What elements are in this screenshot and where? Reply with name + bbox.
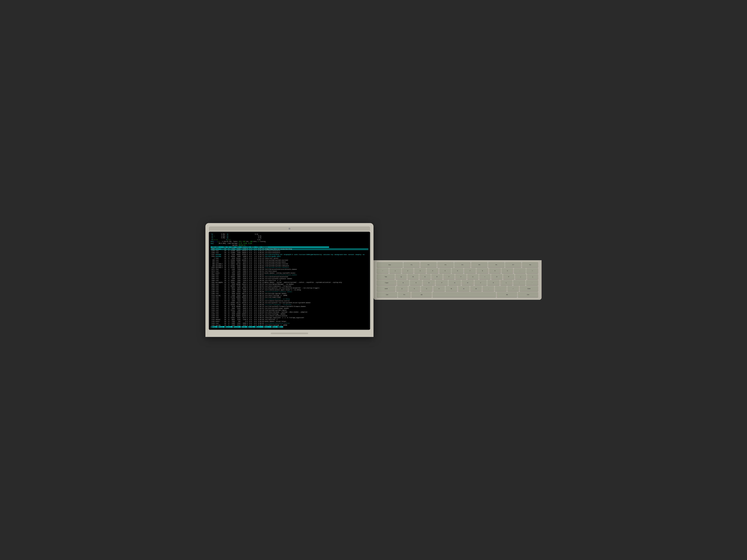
key-6[interactable]: 6 [452,268,464,273]
key-comma[interactable]: , [483,286,494,291]
key-shift[interactable]: Shift [377,286,395,291]
key-z[interactable]: Z [396,286,408,291]
key-u[interactable]: U [467,274,479,279]
key-k[interactable]: K [487,280,499,285]
terminal-screen[interactable]: 0[ 0.0%] 4[ 8.0] 1[ | 0.6%] 5[ 0.0] 2[ 0… [210,233,369,329]
speaker-bar [271,332,308,334]
key-o[interactable]: O [491,274,503,279]
key-4[interactable]: 4 [427,268,438,273]
camera-dot [288,228,290,230]
key-caps[interactable]: Caps [377,280,396,285]
key-3[interactable]: 3 [414,268,426,273]
screen-bezel: 0[ 0.0%] 4[ 8.0] 1[ | 0.6%] 5[ 0.0] 2[ 0… [209,232,370,330]
keyboard-row-6: Ctrl Fn Alt Alt Ctrl [377,292,538,297]
key-i[interactable]: I [479,274,490,279]
key-b[interactable]: B [445,286,457,291]
keyboard-row-4: Caps A S D F G H J K L ; ' [377,280,538,285]
key-1[interactable]: 1 [389,268,401,273]
key-ctrl-l[interactable]: Ctrl [377,292,397,297]
key-e[interactable]: E [419,274,431,279]
key-f8[interactable]: F8 [522,262,538,267]
key-f1[interactable]: F1 [404,262,420,267]
key-tab[interactable]: Tab [377,274,395,279]
key-p[interactable]: P [503,274,514,279]
key-fn[interactable]: Fn [398,292,411,297]
key-5[interactable]: 5 [439,268,451,273]
laptop-frame: 0[ 0.0%] 4[ 8.0] 1[ | 0.6%] 5[ 0.0] 2[ 0… [205,223,374,337]
keyboard-row-5: Shift Z X C V B N M , . / Shift [377,286,538,291]
key-lbracket[interactable]: [ [515,274,526,279]
key-r[interactable]: R [431,274,443,279]
keyboard-row-2: ~` 1 2 3 4 5 6 7 8 9 0 - = [377,268,538,273]
key-s[interactable]: S [410,280,422,285]
key-g[interactable]: G [448,280,461,285]
key-9[interactable]: 9 [489,268,501,273]
key-f3[interactable]: F3 [437,262,454,267]
key-semicolon[interactable]: ; [513,280,525,285]
key-space[interactable] [433,292,496,297]
key-rshift[interactable]: Shift [520,286,538,291]
key-c[interactable]: C [421,286,433,291]
key-tilde[interactable]: ~` [377,268,389,273]
key-m[interactable]: M [470,286,482,291]
key-x[interactable]: X [409,286,420,291]
key-q[interactable]: Q [395,274,407,279]
key-t[interactable]: T [443,274,455,279]
keyboard-area: Esc F1 F2 F3 F4 F5 F6 F7 F8 ~` 1 2 3 4 5… [374,260,542,300]
key-f[interactable]: F [436,280,448,285]
laptop-bottom [209,330,370,337]
key-rbracket[interactable]: ] [527,274,538,279]
key-f6[interactable]: F6 [488,262,505,267]
key-f7[interactable]: F7 [505,262,521,267]
key-esc[interactable]: Esc [377,262,403,267]
key-n[interactable]: N [458,286,469,291]
key-minus[interactable]: - [514,268,526,273]
key-slash[interactable]: / [508,286,519,291]
key-alt[interactable]: Alt [411,292,432,297]
key-ctrl-r[interactable]: Ctrl [518,292,538,297]
key-equal[interactable]: = [526,268,538,273]
key-f4[interactable]: F4 [454,262,471,267]
keyboard-row-3: Tab Q W E R T Y U I O P [ ] [377,274,538,279]
key-y[interactable]: Y [455,274,466,279]
key-f2[interactable]: F2 [420,262,437,267]
keyboard-row-1: Esc F1 F2 F3 F4 F5 F6 F7 F8 [377,262,538,267]
key-h[interactable]: H [462,280,474,285]
key-w[interactable]: W [408,274,419,279]
key-j[interactable]: J [474,280,487,285]
camera-bar [209,226,370,231]
key-d[interactable]: D [423,280,435,285]
key-f5[interactable]: F5 [471,262,487,267]
key-alt-r[interactable]: Alt [497,292,517,297]
key-quote[interactable]: ' [526,280,538,285]
key-2[interactable]: 2 [402,268,414,273]
key-period[interactable]: . [495,286,507,291]
key-a[interactable]: A [397,280,409,285]
key-v[interactable]: V [433,286,445,291]
key-0[interactable]: 0 [501,268,513,273]
key-8[interactable]: 8 [476,268,488,273]
key-7[interactable]: 7 [464,268,476,273]
key-l[interactable]: L [500,280,512,285]
